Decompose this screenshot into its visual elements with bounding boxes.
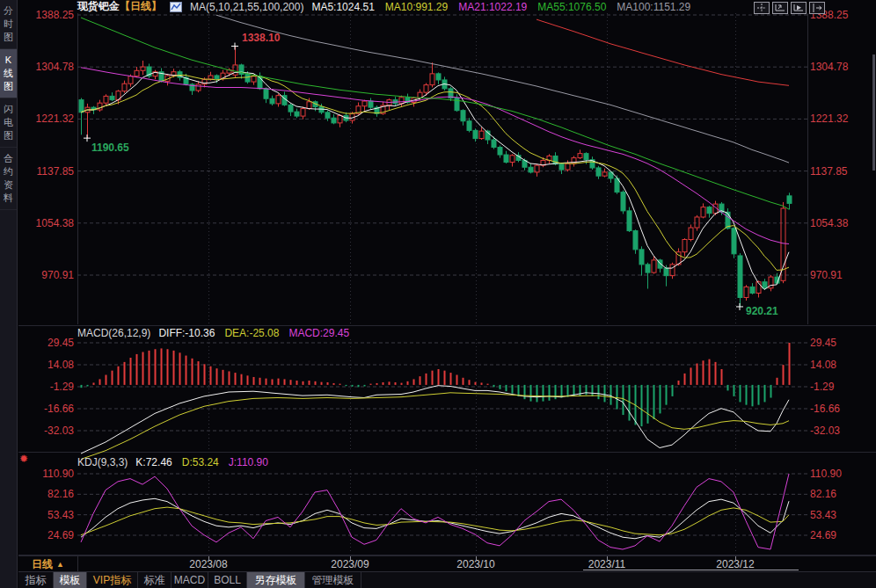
kdj-title: KDJ(9,3,3) (77, 456, 128, 468)
kdj-axis-tick-label: 82.16 (810, 488, 872, 500)
macd-axis-tick-label: -16.66 (23, 403, 74, 415)
price-axis-tick-label: 1304.78 (23, 61, 74, 73)
candlestick-layer (79, 47, 792, 307)
macd-axis-tick-label: 14.08 (23, 359, 74, 371)
ma-value-label: MA100:1151.29 (617, 1, 690, 13)
period-selector[interactable]: 日线 ▲ (18, 556, 78, 572)
macd-axis-tick-label: 14.08 (810, 359, 872, 371)
chart-canvas[interactable]: 1338.101190.65920.21 (0, 0, 876, 588)
price-annotation-label: 1338.10 (242, 32, 281, 44)
ma-line-MA55 (81, 18, 789, 209)
indicator-value-label: MACD:29.45 (288, 327, 349, 339)
bottom-tab-8[interactable]: 管理模板 (305, 572, 361, 588)
chart-header: 现货钯金【日线】 MA(5,10,21,55,100,200) MA5:1024… (77, 0, 690, 13)
sidebar-item-1[interactable]: 分时图 (0, 0, 17, 49)
macd-line-DEA (81, 393, 789, 460)
price-axis-tick-label: 970.91 (23, 269, 74, 281)
bottom-tab-7[interactable]: 另存模板 (247, 572, 305, 588)
month-label: 2023/10 (445, 558, 507, 570)
indicator-value-label: K:72.46 (135, 456, 172, 468)
indicator-value-label: D:53.24 (182, 456, 219, 468)
month-label: 2023/12 (704, 558, 766, 570)
ma-value-label: MA55:1076.50 (537, 1, 606, 13)
ma-line-MA100 (216, 15, 789, 163)
macd-axis-tick-label: -1.29 (23, 381, 74, 393)
price-annotation-label: 920.21 (746, 305, 778, 317)
macd-axis-tick-label: 29.45 (23, 337, 74, 349)
instrument-name: 现货钯金 (77, 0, 120, 12)
kdj-axis-tick-label: 24.69 (23, 529, 74, 541)
kdj-axis-tick-label: 110.90 (23, 468, 74, 480)
macd-axis-tick-label: -1.29 (810, 381, 872, 393)
right-scrollbar[interactable] (872, 54, 875, 171)
bottom-tab-3[interactable]: VIP指标 (87, 572, 138, 588)
macd-line-DIFF (81, 386, 789, 454)
axis-play-icon[interactable] (791, 2, 807, 14)
instrument-title: 现货钯金【日线】 (77, 0, 162, 14)
price-axis-tick-label: 1388.25 (23, 9, 74, 21)
price-axis-tick-label: 1221.32 (23, 113, 74, 125)
price-axis-tick-label: 1137.85 (810, 165, 872, 178)
trading-app-window: 分时图K线图闪电图合约资料 现货钯金【日线】 MA(5,10,21,55,100… (0, 0, 876, 588)
macd-axis-tick-label: -16.66 (810, 403, 872, 415)
sidebar-item-4[interactable]: 合约资料 (0, 148, 17, 210)
time-axis: 日线 ▲ 2023/082023/092023/102023/112023/12 (18, 555, 876, 571)
sidebar-item-2[interactable]: K线图 (0, 49, 17, 98)
price-axis-tick-label: 970.91 (810, 269, 872, 281)
macd-header: MACD(26,12,9) DIFF:-10.36DEA:-25.08MACD:… (77, 327, 349, 339)
pane-shift-icon[interactable] (809, 2, 825, 14)
ma-line-MA21 (81, 68, 789, 244)
macd-axis-tick-label: 29.45 (810, 337, 872, 349)
month-label: 2023/08 (178, 558, 239, 570)
axis-zoom-icon[interactable] (772, 2, 788, 14)
kdj-axis-tick-label: 53.43 (23, 509, 74, 521)
gridlines (77, 13, 807, 554)
ma-values: MA5:1024.51MA10:991.29MA21:1022.19MA55:1… (311, 1, 690, 13)
bottom-tab-6[interactable]: BOLL (208, 572, 247, 588)
indicator-tabbar: 指标模板VIP指标标准MACDBOLL另存模板管理模板 (18, 571, 876, 588)
ma-params-label: MA(5,10,21,55,100,200) (190, 1, 303, 13)
timeline-scrollbar[interactable] (583, 570, 799, 570)
chart-toolbar (754, 2, 825, 14)
period-dropdown-arrow-icon: ▲ (56, 560, 64, 569)
ma-value-label: MA21:1022.19 (458, 1, 527, 13)
price-annotation-label: 1190.65 (91, 142, 129, 154)
price-axis-tick-label: 1137.85 (23, 165, 74, 178)
ma-value-label: MA5:1024.51 (311, 1, 374, 13)
ma-line-MA200 (537, 19, 789, 85)
macd-axis-tick-label: -32.03 (810, 425, 872, 437)
month-label: 2023/11 (576, 558, 638, 570)
line-chart-icon (170, 2, 182, 12)
bottom-tab-2[interactable]: 模板 (54, 572, 87, 588)
bottom-tab-4[interactable]: 标准 (138, 572, 172, 588)
bottom-tab-5[interactable]: MACD (172, 572, 208, 588)
price-axis-tick-label: 1054.38 (23, 217, 74, 229)
kdj-axis-tick-label: 110.90 (810, 468, 872, 480)
month-label: 2023/09 (319, 558, 381, 570)
price-axis-tick-label: 1221.32 (810, 113, 872, 125)
indicator-value-label: DEA:-25.08 (224, 327, 279, 339)
kdj-layer (81, 474, 789, 549)
crosshair-move-icon[interactable] (754, 2, 770, 14)
indicator-value-label: DIFF:-10.36 (158, 327, 215, 339)
macd-axis-tick-label: -32.03 (23, 425, 74, 437)
kdj-axis-tick-label: 24.69 (810, 529, 872, 541)
indicator-alert-icon[interactable]: ✹ (19, 453, 28, 465)
kdj-values: K:72.46D:53.24J:110.90 (135, 456, 268, 468)
kdj-line-J (81, 474, 789, 549)
indicator-value-label: J:110.90 (229, 456, 268, 468)
sidebar-item-3[interactable]: 闪电图 (0, 98, 17, 148)
macd-layer (81, 343, 791, 460)
bottom-tab-1[interactable]: 指标 (18, 572, 54, 588)
period-selector-label: 日线 (32, 557, 53, 572)
macd-values: DIFF:-10.36DEA:-25.08MACD:29.45 (158, 327, 349, 339)
price-axis-tick-label: 1054.38 (810, 217, 872, 229)
kdj-header: KDJ(9,3,3) K:72.46D:53.24J:110.90 (77, 456, 268, 468)
chart-type-sidebar: 分时图K线图闪电图合约资料 (0, 0, 18, 588)
macd-title: MACD(26,12,9) (77, 327, 150, 339)
period-label: 【日线】 (120, 0, 162, 12)
ma-value-label: MA10:991.29 (385, 1, 448, 13)
price-axis-tick-label: 1304.78 (810, 61, 872, 73)
kdj-axis-tick-label: 53.43 (810, 509, 872, 521)
kdj-axis-tick-label: 82.16 (23, 488, 74, 500)
